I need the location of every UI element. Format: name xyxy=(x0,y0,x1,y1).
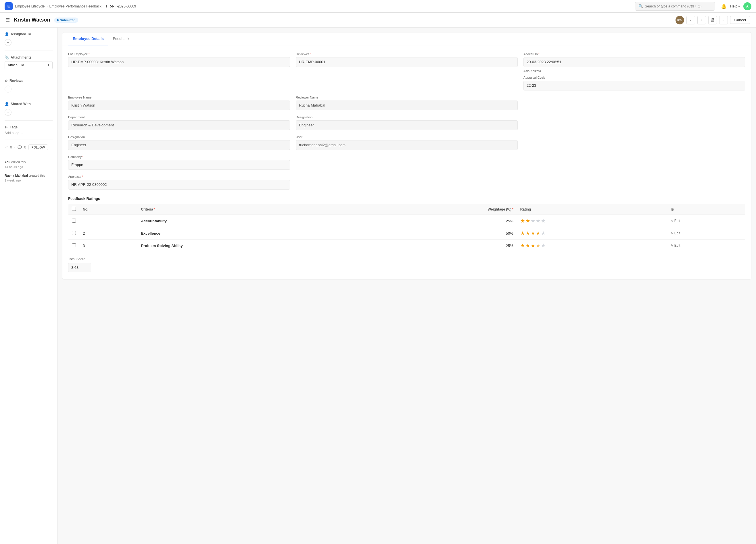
attachments-section: 📎 Attachments Attach File + xyxy=(5,55,53,69)
edit-button-2[interactable]: ✎ Edit xyxy=(671,244,680,248)
star-0-5[interactable]: ★ xyxy=(541,218,546,224)
row-criteria-2: Problem Solving Ability xyxy=(137,240,365,252)
row-checkbox-0[interactable] xyxy=(72,219,76,223)
page-header: ☰ Kristin Watson Submitted KW ‹ › 🖶 ⋯ Ca… xyxy=(0,13,756,28)
user-avatar[interactable]: A xyxy=(743,2,751,10)
tag-icon: 🏷 xyxy=(5,125,8,129)
star-0-1[interactable]: ★ xyxy=(520,218,525,224)
attachments-header: 📎 Attachments xyxy=(5,55,53,59)
edit-button-0[interactable]: ✎ Edit xyxy=(671,219,680,223)
cancel-button[interactable]: Cancel xyxy=(730,16,750,24)
status-label: Submitted xyxy=(60,18,75,22)
star-2-3[interactable]: ★ xyxy=(531,243,535,249)
divider-3 xyxy=(5,97,53,97)
row-checkbox-1[interactable] xyxy=(72,231,76,235)
col-no: No. xyxy=(79,204,137,215)
reviewer-name-value: Rucha Mahabal xyxy=(296,101,518,110)
row-criteria-1: Excellence xyxy=(137,227,365,240)
reviewer-label: Reviewer* xyxy=(296,52,518,56)
ratings-table: No. Criteria* Weightage (%)* Rating ⚙ xyxy=(68,204,745,252)
search-bar[interactable]: 🔍 xyxy=(635,2,715,11)
main-layout: 👤 Assigned To + 📎 Attachments Attach Fil… xyxy=(0,28,756,544)
plus-icon: + xyxy=(47,63,49,67)
add-review-button[interactable]: + xyxy=(5,86,11,93)
tab-feedback[interactable]: Feedback xyxy=(108,32,134,45)
row-checkbox-2[interactable] xyxy=(72,243,76,247)
star-1-1[interactable]: ★ xyxy=(520,230,525,237)
filler-group-3 xyxy=(523,135,745,150)
content-area: Employee Details Feedback For Employee* … xyxy=(57,28,756,544)
sidebar: 👤 Assigned To + 📎 Attachments Attach Fil… xyxy=(0,28,57,544)
star-1-2[interactable]: ★ xyxy=(525,230,530,237)
filler-group-1 xyxy=(523,96,745,110)
employee-name-value: Kristin Watson xyxy=(68,101,290,110)
star-1-5[interactable]: ★ xyxy=(541,230,546,237)
appraisal-cycle-value: 22-23 xyxy=(523,81,745,91)
designation-group-1: Designation Engineer xyxy=(296,116,518,130)
edit-button-1[interactable]: ✎ Edit xyxy=(671,231,680,235)
company-value: Frappe xyxy=(68,160,290,170)
prev-button[interactable]: ‹ xyxy=(686,16,695,24)
heart-icon: ♡ xyxy=(5,145,8,149)
reviewer-value: HR-EMP-00001 xyxy=(296,57,518,67)
star-2-2[interactable]: ★ xyxy=(525,243,530,249)
filler-group-7 xyxy=(523,175,745,190)
row-edit-cell-1: ✎ Edit xyxy=(667,227,745,240)
designation-label-1: Designation xyxy=(296,116,518,119)
search-input[interactable] xyxy=(645,4,711,8)
star-0-2[interactable]: ★ xyxy=(525,218,530,224)
shared-with-label: Shared With xyxy=(11,102,31,106)
star-2-5[interactable]: ★ xyxy=(541,243,546,249)
add-shared-button[interactable]: + xyxy=(5,109,11,116)
activity-action-1: edited this xyxy=(11,160,26,164)
star-2-4[interactable]: ★ xyxy=(536,243,540,249)
activity-time-1: 14 hours ago xyxy=(5,165,23,169)
form-row-5: Company* Frappe xyxy=(68,155,745,170)
row-weightage-0: 25% xyxy=(365,215,517,227)
reviews-label: Reviews xyxy=(9,79,23,83)
breadcrumb-item-1[interactable]: Employee Lifecycle xyxy=(15,4,45,8)
col-actions: ⚙ xyxy=(667,204,745,215)
star-2-1[interactable]: ★ xyxy=(520,243,525,249)
likes-count: 0 xyxy=(10,145,12,149)
help-button[interactable]: Help ▾ xyxy=(730,4,740,8)
reviews-section: ☆ Reviews + xyxy=(5,79,53,93)
activity-time-2: 1 week ago xyxy=(5,179,21,182)
designation-group-2: Designation Engineer xyxy=(68,135,290,150)
user-group: User ruchamahabal2@gmail.com xyxy=(296,135,518,150)
form-row-3: Department Research & Development Design… xyxy=(68,116,745,130)
notifications-button[interactable]: 🔔 xyxy=(721,3,727,9)
more-options-button[interactable]: ⋯ xyxy=(719,16,728,24)
activity-action-2: created this xyxy=(29,174,45,177)
shared-with-header: 👤 Shared With xyxy=(5,102,53,106)
attach-file-button[interactable]: Attach File + xyxy=(5,61,53,69)
star-1-4[interactable]: ★ xyxy=(536,230,540,237)
assigned-to-section: 👤 Assigned To + xyxy=(5,32,53,46)
add-assignee-button[interactable]: + xyxy=(5,39,11,46)
tab-employee-details[interactable]: Employee Details xyxy=(68,32,108,45)
select-all-checkbox[interactable] xyxy=(72,207,76,211)
next-button[interactable]: › xyxy=(697,16,706,24)
star-0-3[interactable]: ★ xyxy=(531,218,535,224)
star-0-4[interactable]: ★ xyxy=(536,218,540,224)
breadcrumb-item-2[interactable]: Employee Performance Feedback xyxy=(49,4,101,8)
col-rating: Rating xyxy=(517,204,667,215)
print-button[interactable]: 🖶 xyxy=(708,16,717,24)
menu-icon[interactable]: ☰ xyxy=(6,17,10,23)
add-tag-link[interactable]: Add a tag ... xyxy=(5,131,53,135)
table-settings-button[interactable]: ⚙ xyxy=(671,207,674,212)
appraisal-group: Appraisal* HR-APR-22-0800002 xyxy=(68,175,290,190)
divider-5 xyxy=(5,140,53,140)
row-no-0: 1 xyxy=(79,215,137,227)
person-icon: 👤 xyxy=(5,32,9,36)
star-icon: ☆ xyxy=(5,79,8,83)
row-stars-1: ★★★★★ xyxy=(517,227,667,240)
follow-button[interactable]: FOLLOW xyxy=(28,145,48,150)
star-1-3[interactable]: ★ xyxy=(531,230,535,237)
nav-icons: 🔔 Help ▾ A xyxy=(721,2,751,10)
appraisal-value: HR-APR-22-0800002 xyxy=(68,180,290,190)
tags-label: Tags xyxy=(10,125,18,129)
company-label: Company* xyxy=(68,155,290,159)
col-criteria: Criteria* xyxy=(137,204,365,215)
table-header-row: No. Criteria* Weightage (%)* Rating ⚙ xyxy=(68,204,745,215)
